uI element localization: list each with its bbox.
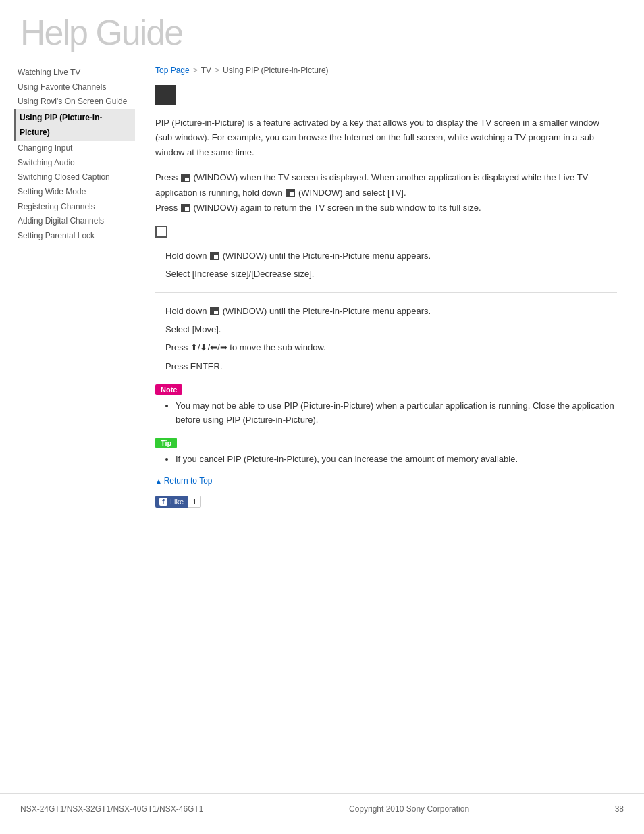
how-to-start-text3: (WINDOW) again to return the TV screen i… [193, 203, 481, 213]
note-label: Note [155, 384, 182, 395]
sidebar: Watching Live TV Using Favorite Channels… [0, 59, 135, 545]
breadcrumb-sep-2: > [215, 66, 219, 75]
window-button-icon-3 [181, 204, 190, 212]
breadcrumb: Top Page > TV > Using PIP (Picture-in-Pi… [155, 66, 617, 75]
sidebar-item-parental-lock[interactable]: Setting Parental Lock [18, 229, 135, 244]
divider-1 [155, 292, 617, 293]
resize-section: Hold down (WINDOW) until the Picture-in-… [165, 248, 617, 282]
resize-icon [155, 226, 167, 238]
resize-step2: Select [Increase size]/[Decrease size]. [165, 266, 617, 282]
tip-box: Tip If you cancel PIP (Picture-in-Pictur… [155, 438, 617, 467]
footer: NSX-24GT1/NSX-32GT1/NSX-40GT1/NSX-46GT1 … [0, 793, 644, 814]
page-title: Help Guide [20, 14, 624, 52]
return-top-link[interactable]: Return to Top [164, 476, 213, 486]
window-button-icon-1 [181, 174, 190, 182]
header: Help Guide [0, 0, 644, 59]
intro-paragraph: PIP (Picture-in-Picture) is a feature ac… [155, 115, 617, 160]
sidebar-item-wide-mode[interactable]: Setting Wide Mode [18, 185, 135, 200]
breadcrumb-tv: TV [201, 66, 211, 75]
like-button[interactable]: f Like [155, 496, 188, 508]
breadcrumb-sep-1: > [193, 66, 198, 75]
sidebar-item-switching-caption[interactable]: Switching Closed Caption [18, 170, 135, 185]
breadcrumb-top[interactable]: Top Page [155, 66, 190, 75]
window-button-icon-2 [286, 189, 295, 197]
return-to-top[interactable]: Return to Top [155, 476, 617, 486]
note-item-1: You may not be able to use PIP (Picture-… [176, 399, 617, 427]
content-area: Top Page > TV > Using PIP (Picture-in-Pi… [135, 59, 644, 545]
footer-page: 38 [615, 804, 624, 814]
resize-step1: Hold down (WINDOW) until the Picture-in-… [165, 248, 617, 263]
tip-item-1: If you cancel PIP (Picture-in-Picture), … [176, 452, 617, 467]
sidebar-item-digital-channels[interactable]: Adding Digital Channels [18, 214, 135, 229]
main-layout: Watching Live TV Using Favorite Channels… [0, 59, 644, 545]
move-section: Hold down (WINDOW) until the Picture-in-… [165, 303, 617, 375]
pip-icon [155, 85, 176, 105]
window-button-icon-5 [210, 307, 219, 315]
sidebar-item-rovi[interactable]: Using Rovi's On Screen Guide [18, 95, 135, 109]
how-to-start: Press (WINDOW) when the TV screen is dis… [155, 170, 617, 215]
breadcrumb-pip: Using PIP (Picture-in-Picture) [223, 66, 329, 75]
like-area: f Like 1 [155, 496, 617, 508]
move-step3: Press ⬆/⬇/⬅/➡ to move the sub window. [165, 340, 617, 355]
how-to-start-text2: (WINDOW) and select [TV]. [298, 188, 406, 198]
footer-copyright: Copyright 2010 Sony Corporation [349, 804, 469, 814]
sidebar-item-changing-input[interactable]: Changing Input [18, 141, 135, 156]
move-step4: Press ENTER. [165, 359, 617, 374]
sidebar-item-registering[interactable]: Registering Channels [18, 200, 135, 215]
facebook-icon: f [159, 498, 167, 506]
like-count: 1 [188, 496, 201, 508]
arrow-icons: ⬆/⬇/⬅/➡ [190, 340, 227, 355]
sidebar-item-watching-live[interactable]: Watching Live TV [18, 66, 135, 80]
sidebar-item-favorite-channels[interactable]: Using Favorite Channels [18, 80, 135, 95]
move-step1: Hold down (WINDOW) until the Picture-in-… [165, 303, 617, 319]
sidebar-item-switching-audio[interactable]: Switching Audio [18, 156, 135, 171]
tip-content: If you cancel PIP (Picture-in-Picture), … [155, 452, 617, 467]
note-content: You may not be able to use PIP (Picture-… [155, 399, 617, 427]
tip-label: Tip [155, 438, 177, 448]
sidebar-item-pip[interactable]: Using PIP (Picture-in-Picture) [14, 109, 135, 141]
move-step2: Select [Move]. [165, 321, 617, 337]
note-box: Note You may not be able to use PIP (Pic… [155, 384, 617, 427]
like-text: Like [170, 498, 184, 506]
window-button-icon-4 [210, 252, 219, 260]
footer-model: NSX-24GT1/NSX-32GT1/NSX-40GT1/NSX-46GT1 [20, 804, 203, 814]
